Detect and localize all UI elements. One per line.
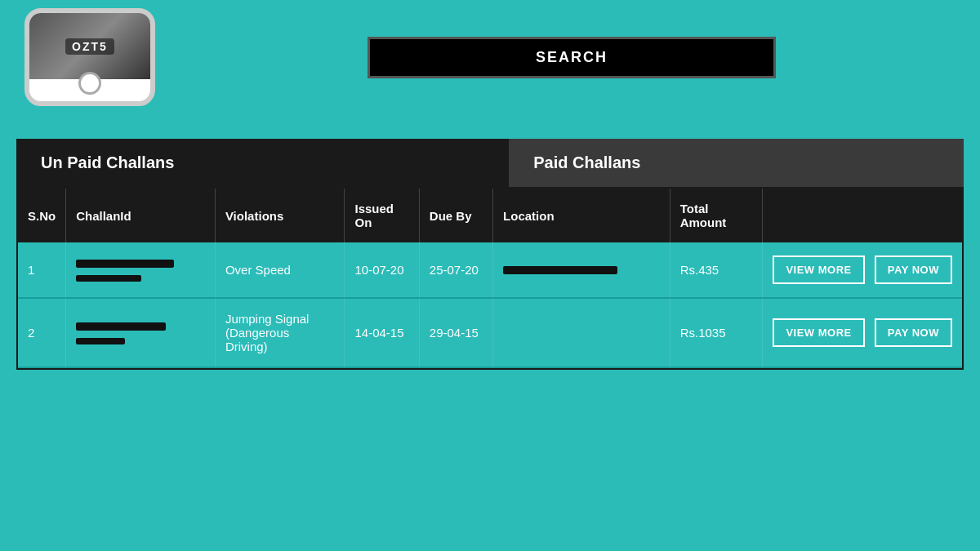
redacted-id-bar [76, 260, 174, 268]
row2-view-more-button[interactable]: VIEW MORE [773, 318, 864, 347]
col-challan-id: ChallanId [66, 189, 216, 242]
row1-location [493, 242, 670, 298]
row2-actions-cell: VIEW MORE PAY NOW [773, 318, 952, 347]
col-issued-on: Issued On [345, 189, 419, 242]
row1-challan-id [66, 242, 216, 298]
plate-text: OZT5 [65, 38, 114, 55]
col-total-amount: Total Amount [670, 189, 763, 242]
row2-pay-now-button[interactable]: PAY NOW [875, 318, 952, 347]
col-sno: S.No [18, 189, 66, 242]
row1-amount: Rs.435 [670, 242, 763, 298]
phone-home-button [78, 72, 101, 95]
table-row: 2 Jumping Signal (Dangerous Driving) 14-… [18, 298, 962, 367]
redacted-id-bar2 [76, 338, 125, 344]
row1-view-more-button[interactable]: VIEW MORE [773, 256, 864, 284]
top-section: OZT5 SEARCH [0, 0, 980, 122]
redacted-id-bar [76, 322, 166, 331]
row2-due-by: 29-04-15 [419, 298, 492, 367]
main-container: Un Paid Challans Paid Challans S.No Chal… [16, 139, 964, 370]
col-actions [763, 189, 962, 242]
search-area: SEARCH [188, 37, 956, 78]
row1-actions-cell: VIEW MORE PAY NOW [773, 256, 952, 284]
tabs-header: Un Paid Challans Paid Challans [16, 139, 964, 187]
row2-actions: VIEW MORE PAY NOW [763, 298, 962, 367]
row2-location [493, 298, 670, 367]
row2-challan-id [66, 298, 216, 367]
col-due-by: Due By [419, 189, 492, 242]
row2-violations: Jumping Signal (Dangerous Driving) [215, 298, 345, 367]
row1-actions: VIEW MORE PAY NOW [763, 242, 962, 298]
challans-table: S.No ChallanId Violations Issued On Due … [18, 189, 962, 368]
row1-sno: 1 [18, 242, 66, 298]
challan-table-wrapper: S.No ChallanId Violations Issued On Due … [16, 187, 964, 370]
row2-amount: Rs.1035 [670, 298, 763, 367]
row2-issued-on: 14-04-15 [345, 298, 419, 367]
phone-screen: OZT5 [29, 13, 150, 79]
tab-unpaid[interactable]: Un Paid Challans [16, 139, 509, 187]
row2-sno: 2 [18, 298, 66, 367]
row1-due-by: 25-07-20 [419, 242, 492, 298]
tab-paid[interactable]: Paid Challans [509, 139, 964, 187]
phone-mockup: OZT5 [24, 8, 155, 106]
row1-issued-on: 10-07-20 [345, 242, 419, 298]
col-violations: Violations [215, 189, 345, 242]
table-row: 1 Over Speed 10-07-20 25-07-20 Rs.435 [18, 242, 962, 298]
redacted-id-bar2 [76, 275, 141, 282]
redacted-location-bar [503, 266, 617, 274]
row1-pay-now-button[interactable]: PAY NOW [875, 256, 952, 284]
table-header-row: S.No ChallanId Violations Issued On Due … [18, 189, 962, 242]
search-button[interactable]: SEARCH [368, 37, 776, 78]
col-location: Location [493, 189, 670, 242]
row1-violations: Over Speed [215, 242, 345, 298]
